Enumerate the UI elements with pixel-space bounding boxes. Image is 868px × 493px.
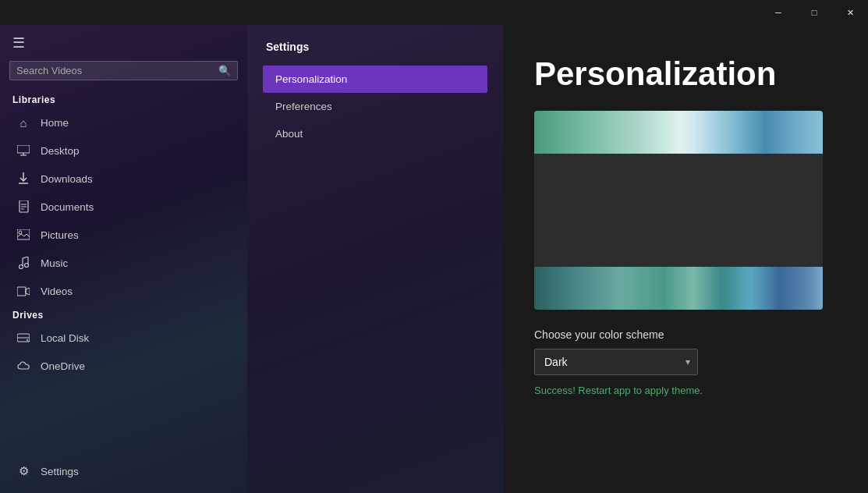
settings-menu-about[interactable]: About (263, 120, 487, 147)
svg-rect-16 (17, 287, 26, 296)
svg-point-15 (24, 264, 28, 268)
sidebar-item-documents[interactable]: Documents (3, 193, 244, 221)
documents-icon (16, 199, 31, 215)
libraries-label: Libraries (0, 90, 247, 108)
sidebar-item-onedrive[interactable]: OneDrive (3, 352, 244, 380)
pictures-icon (16, 227, 31, 243)
close-button[interactable]: ✕ (832, 0, 868, 25)
sidebar-item-local-disk-label: Local Disk (41, 332, 89, 344)
settings-menu-preferences[interactable]: Preferences (263, 93, 487, 120)
sidebar-header: ☰ (0, 25, 247, 58)
sidebar-item-home[interactable]: ⌂ Home (3, 108, 244, 137)
color-scheme-select[interactable]: Dark Light System Default (534, 349, 698, 375)
search-bar[interactable]: 🔍 (9, 61, 238, 80)
sidebar-item-downloads[interactable]: Downloads (3, 165, 244, 193)
videos-icon (16, 283, 31, 299)
search-input[interactable] (16, 65, 218, 76)
sidebar-item-pictures-label: Pictures (41, 229, 79, 241)
sidebar-item-videos-label: Videos (41, 286, 73, 297)
svg-marker-17 (26, 288, 30, 295)
sidebar-item-local-disk[interactable]: Local Disk (3, 324, 244, 352)
sidebar-item-settings-label: Settings (41, 466, 79, 477)
home-icon: ⌂ (16, 115, 31, 130)
theme-preview-bottom (534, 267, 823, 310)
sidebar-item-downloads-label: Downloads (41, 173, 93, 185)
sidebar-item-videos[interactable]: Videos (3, 277, 244, 305)
local-disk-icon (16, 330, 31, 346)
settings-panel: Settings Personalization Preferences Abo… (247, 25, 503, 493)
theme-preview-top (534, 111, 823, 154)
music-icon (16, 255, 31, 271)
sidebar-item-documents-label: Documents (41, 201, 94, 213)
minimize-button[interactable]: ─ (760, 0, 796, 25)
onedrive-icon (16, 358, 31, 374)
success-message: Success! Restart app to apply theme. (534, 385, 837, 396)
theme-preview-middle (534, 154, 823, 267)
sidebar-item-desktop-label: Desktop (41, 145, 80, 157)
desktop-icon (16, 143, 31, 158)
svg-rect-0 (17, 145, 30, 153)
svg-rect-9 (17, 229, 30, 239)
settings-menu-personalization[interactable]: Personalization (263, 66, 487, 93)
sidebar-item-desktop[interactable]: Desktop (3, 137, 244, 165)
svg-point-14 (19, 265, 23, 269)
color-scheme-label: Choose your color scheme (534, 328, 837, 341)
maximize-button[interactable]: □ (796, 0, 832, 25)
sidebar-item-settings[interactable]: ⚙ Settings (3, 457, 244, 485)
sidebar: ☰ 🔍 Libraries ⌂ Home Desktop (0, 25, 247, 493)
drives-label: Drives (0, 305, 247, 324)
app-body: ☰ 🔍 Libraries ⌂ Home Desktop (0, 25, 868, 493)
sidebar-item-music[interactable]: Music (3, 249, 244, 277)
page-title: Personalization (534, 56, 837, 92)
svg-point-10 (19, 231, 22, 234)
settings-icon: ⚙ (16, 463, 31, 479)
sidebar-item-onedrive-label: OneDrive (41, 360, 85, 372)
hamburger-icon[interactable]: ☰ (12, 34, 25, 51)
content-panel: Personalization Choose your color scheme… (503, 25, 868, 493)
sidebar-item-home-label: Home (41, 117, 69, 129)
svg-line-11 (23, 257, 28, 258)
downloads-icon (16, 171, 31, 186)
theme-preview (534, 111, 823, 310)
color-scheme-select-wrapper: Dark Light System Default ▾ (534, 349, 698, 375)
sidebar-item-pictures[interactable]: Pictures (3, 221, 244, 249)
search-icon[interactable]: 🔍 (218, 65, 231, 76)
svg-point-20 (27, 339, 28, 341)
sidebar-item-music-label: Music (41, 257, 68, 269)
titlebar: ─ □ ✕ (0, 0, 868, 25)
settings-panel-title: Settings (263, 41, 503, 53)
